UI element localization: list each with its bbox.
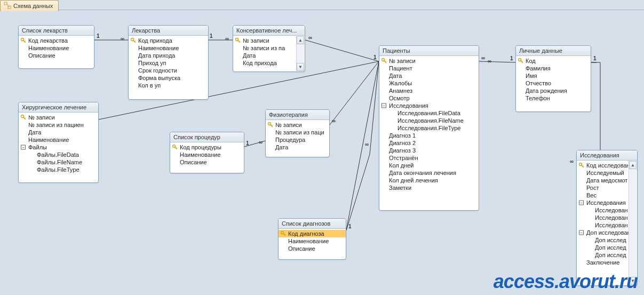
collapse-icon[interactable]: − xyxy=(579,230,584,235)
field-row[interactable]: № записи из паци xyxy=(266,129,329,136)
field-row[interactable]: Рост xyxy=(577,184,629,192)
table-title[interactable]: Пациенты xyxy=(379,46,479,56)
field-row[interactable]: Приход уп xyxy=(129,59,208,67)
scrollbar[interactable]: ▲ ▼ xyxy=(296,36,304,71)
scroll-down-icon[interactable]: ▼ xyxy=(297,63,304,71)
field-row[interactable]: Вес xyxy=(577,192,629,199)
table-diaglist[interactable]: Список диагнозов Код диагноза Наименован… xyxy=(278,218,346,260)
field-row[interactable]: Кол дней xyxy=(379,162,479,169)
field-row[interactable]: Файлы.FileType xyxy=(19,166,98,173)
field-row[interactable]: Наименование xyxy=(19,136,98,143)
field-row[interactable]: № записи xyxy=(233,37,305,44)
field-row[interactable]: Дата xyxy=(19,129,98,136)
field-row[interactable]: Код процедуры xyxy=(170,143,244,151)
field-row[interactable]: Осмотр xyxy=(379,94,479,102)
table-title[interactable]: Список диагнозов xyxy=(279,219,346,229)
field-row[interactable]: Наименование xyxy=(19,44,94,52)
scroll-up-icon[interactable]: ▲ xyxy=(629,161,637,169)
table-proclist[interactable]: Список процедур Код процедуры Наименован… xyxy=(170,132,244,173)
relationships-canvas[interactable]: 1 ∞ 1 ∞ ∞ 1 ∞ ∞ 1 ∞ 1 ∞ ∞ 1 1 ∞ Список л… xyxy=(0,10,644,295)
field-row[interactable]: Заключение xyxy=(577,259,629,266)
table-title[interactable]: Личные данные xyxy=(516,46,591,56)
field-row[interactable]: Кол дней лечения xyxy=(379,177,479,184)
field-row[interactable]: Описание xyxy=(170,158,244,166)
field-row[interactable]: Фамилия xyxy=(516,65,591,72)
table-title[interactable]: Лекарства xyxy=(129,26,208,36)
table-title[interactable]: Консервативное леч... xyxy=(233,26,305,36)
field-row[interactable]: Анамнез xyxy=(379,87,479,94)
collapse-icon[interactable]: − xyxy=(579,201,584,205)
table-personal[interactable]: Личные данные Код Фамилия Имя Отчество Д… xyxy=(515,45,591,112)
field-row[interactable]: Диагноз 2 xyxy=(379,139,479,147)
field-row[interactable]: Отстранён xyxy=(379,154,479,162)
field-row[interactable]: Исследован xyxy=(577,221,629,229)
table-physio[interactable]: Физиотерапия № записи № записи из паци П… xyxy=(265,109,330,157)
field-row[interactable]: Исследуемый xyxy=(577,169,629,177)
table-meds[interactable]: Лекарства Код прихода Наименование Дата … xyxy=(128,25,209,100)
scroll-up-icon[interactable]: ▲ xyxy=(297,36,304,44)
field-row[interactable]: Дата рождения xyxy=(516,87,591,94)
table-title[interactable]: Список процедур xyxy=(170,132,244,142)
field-row[interactable]: Код диагноза xyxy=(279,230,346,237)
field-row[interactable]: −Исследования xyxy=(577,199,629,206)
field-row[interactable]: Исследован xyxy=(577,214,629,221)
field-row[interactable]: Дата медосмот xyxy=(577,177,629,184)
table-patients[interactable]: Пациенты № записи Пациент Дата Жалобы Ан… xyxy=(379,45,479,211)
field-row[interactable]: № записи из па xyxy=(233,44,305,52)
document-tab[interactable]: Схема данных xyxy=(0,0,59,11)
field-row[interactable]: −Файлы xyxy=(19,143,98,151)
field-row[interactable]: Файлы.FileData xyxy=(19,151,98,158)
field-row[interactable]: Дата прихода xyxy=(129,52,208,59)
field-row[interactable]: Доп исслед xyxy=(577,251,629,259)
table-title[interactable]: Физиотерапия xyxy=(266,110,329,120)
field-row[interactable]: Код xyxy=(516,57,591,65)
field-row[interactable]: Описание xyxy=(279,245,346,252)
field-row[interactable]: Отчество xyxy=(516,79,591,87)
field-row[interactable]: Исследования.FileData xyxy=(379,109,479,117)
table-title[interactable]: Список лекарств xyxy=(19,26,94,36)
field-row[interactable]: Исследован xyxy=(577,206,629,214)
table-title[interactable]: Исследования xyxy=(577,150,637,161)
field-row[interactable]: Исследования.FileType xyxy=(379,124,479,132)
field-row[interactable]: Пациент xyxy=(379,65,479,72)
field-row[interactable]: Срок годности xyxy=(129,67,208,74)
field-row[interactable]: Процедура xyxy=(266,136,329,143)
field-row[interactable]: Файлы.FileName xyxy=(19,158,98,166)
scrollbar-track[interactable] xyxy=(629,169,637,277)
field-row[interactable]: Диагноз 1 xyxy=(379,132,479,139)
field-row[interactable]: Кол в уп xyxy=(129,82,208,89)
field-row[interactable]: Доп исслед xyxy=(577,236,629,244)
field-row[interactable]: −Доп исследован xyxy=(577,229,629,236)
table-title[interactable]: Хирургическое лечение xyxy=(19,102,98,113)
field-row[interactable]: Имя xyxy=(516,72,591,79)
field-row[interactable]: № записи из пациен xyxy=(19,121,98,129)
collapse-icon[interactable]: − xyxy=(381,103,386,108)
field-row[interactable]: Дата xyxy=(233,52,305,59)
field-row[interactable]: № записи xyxy=(379,57,479,65)
table-surg[interactable]: Хирургическое лечение № записи № записи … xyxy=(18,102,99,183)
field-row[interactable]: Наименование xyxy=(129,44,208,52)
field-row[interactable]: Заметки xyxy=(379,184,479,192)
field-row[interactable]: № записи xyxy=(19,114,98,121)
field-row[interactable]: −Исследования xyxy=(379,102,479,109)
field-row[interactable]: Форма выпуска xyxy=(129,74,208,82)
field-row[interactable]: Диагноз 3 xyxy=(379,147,479,154)
scrollbar-track[interactable] xyxy=(297,44,304,63)
field-row[interactable]: Исследования.FileName xyxy=(379,117,479,124)
field-row[interactable]: Код прихода xyxy=(129,37,208,44)
field-row[interactable]: Код прихода xyxy=(233,59,305,67)
table-conserv[interactable]: Консервативное леч... № записи № записи … xyxy=(233,25,305,72)
field-row[interactable]: Дата xyxy=(379,72,479,79)
collapse-icon[interactable]: − xyxy=(21,145,26,150)
field-row[interactable]: Телефон xyxy=(516,94,591,102)
table-research[interactable]: Исследования Код исследован Исследуемый … xyxy=(576,150,638,286)
field-row[interactable]: Наименование xyxy=(170,151,244,158)
field-row[interactable]: Дата xyxy=(266,143,329,151)
field-row[interactable]: Код исследован xyxy=(577,162,629,169)
field-row[interactable]: Жалобы xyxy=(379,79,479,87)
field-row[interactable]: Дата окончания лечения xyxy=(379,169,479,177)
field-row[interactable]: Наименование xyxy=(279,237,346,245)
table-medlist[interactable]: Список лекарств Код лекарства Наименован… xyxy=(18,25,94,69)
scrollbar[interactable]: ▲ ▼ xyxy=(629,161,637,285)
field-row[interactable]: Доп исслед xyxy=(577,244,629,251)
